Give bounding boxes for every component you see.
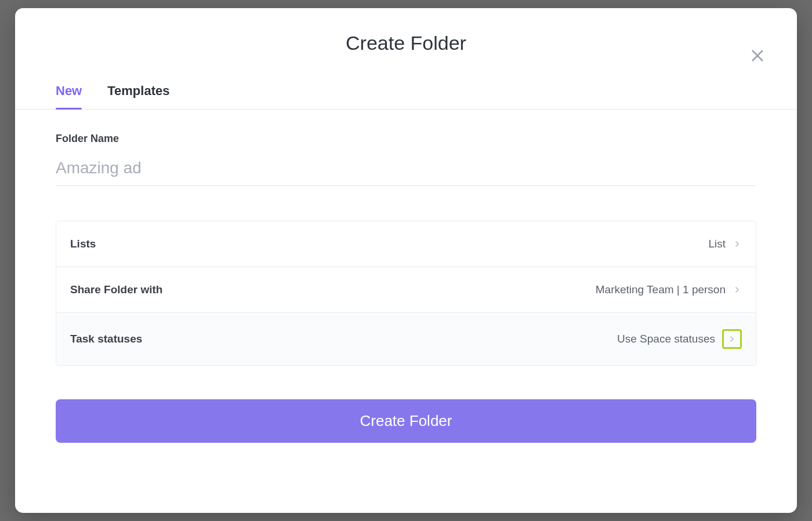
option-share-label: Share Folder with (70, 283, 162, 296)
submit-row: Create Folder (56, 399, 756, 443)
chevron-right-icon (733, 239, 742, 249)
folder-name-input[interactable] (56, 154, 756, 186)
tab-new[interactable]: New (56, 78, 82, 109)
modal-title: Create Folder (346, 32, 466, 54)
close-button[interactable] (746, 44, 769, 67)
option-statuses-value: Use Space statuses (617, 333, 715, 345)
option-statuses-right: Use Space statuses (617, 329, 742, 349)
option-share-value: Marketing Team | 1 person (596, 283, 726, 296)
create-folder-button[interactable]: Create Folder (56, 399, 756, 443)
folder-name-label: Folder Name (56, 133, 756, 145)
folder-name-field: Folder Name (56, 133, 756, 186)
option-statuses-label: Task statuses (70, 333, 142, 345)
folder-options: Lists List Share Folder with Marketing T… (56, 221, 756, 366)
close-icon (749, 48, 766, 64)
option-share[interactable]: Share Folder with Marketing Team | 1 per… (56, 267, 756, 313)
option-lists-label: Lists (70, 238, 96, 250)
modal-header: Create Folder (15, 8, 797, 78)
create-folder-modal: Create Folder New Templates Folder Name … (15, 8, 797, 513)
option-statuses[interactable]: Task statuses Use Space statuses (56, 313, 756, 365)
statuses-chevron-highlight (722, 329, 742, 349)
option-lists-right: List (708, 238, 742, 250)
option-share-right: Marketing Team | 1 person (596, 283, 742, 296)
tab-templates[interactable]: Templates (107, 78, 169, 109)
tabs: New Templates (15, 78, 797, 110)
option-lists[interactable]: Lists List (56, 221, 756, 267)
option-lists-value: List (708, 238, 726, 250)
chevron-right-icon (727, 334, 737, 344)
modal-body: Folder Name Lists List Share Folder with… (15, 110, 797, 513)
chevron-right-icon (733, 285, 742, 294)
